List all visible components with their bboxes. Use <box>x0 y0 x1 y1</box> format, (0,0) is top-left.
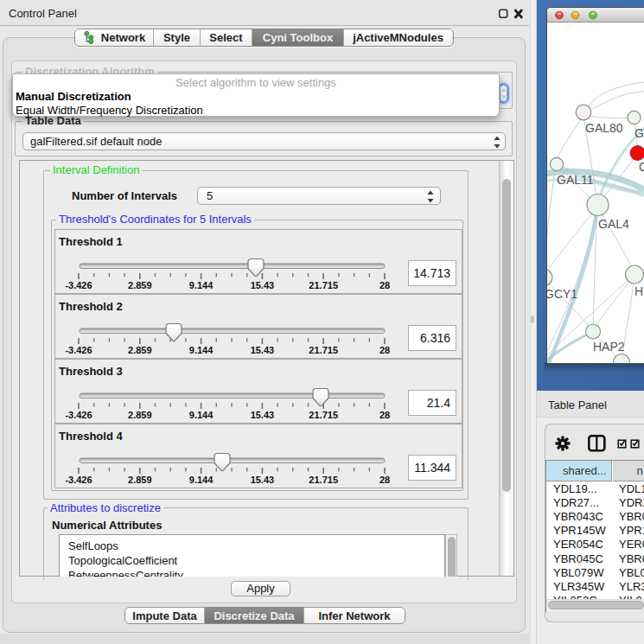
svg-text:28: 28 <box>379 410 390 420</box>
svg-text:-3.426: -3.426 <box>65 410 92 420</box>
svg-text:9.144: 9.144 <box>189 345 214 355</box>
svg-text:21.715: 21.715 <box>309 475 338 485</box>
svg-text:28: 28 <box>379 280 390 290</box>
svg-text:15.43: 15.43 <box>251 345 275 355</box>
svg-text:15.43: 15.43 <box>251 280 275 290</box>
svg-text:9.144: 9.144 <box>189 410 214 420</box>
svg-text:2.859: 2.859 <box>128 410 152 420</box>
svg-text:GA: GA <box>634 126 644 140</box>
svg-text:H: H <box>634 284 643 298</box>
svg-text:15.43: 15.43 <box>251 475 275 485</box>
svg-text:GAL4: GAL4 <box>598 217 629 231</box>
svg-text:-3.426: -3.426 <box>65 280 92 290</box>
svg-text:-3.426: -3.426 <box>65 345 92 355</box>
svg-text:21.715: 21.715 <box>309 410 338 420</box>
svg-text:HAP2: HAP2 <box>593 340 625 354</box>
svg-text:9.144: 9.144 <box>189 280 214 290</box>
svg-text:GAL80: GAL80 <box>585 121 623 135</box>
svg-text:9.144: 9.144 <box>189 475 214 485</box>
svg-text:C: C <box>639 160 644 174</box>
svg-text:-3.426: -3.426 <box>65 475 92 485</box>
svg-text:2.859: 2.859 <box>128 475 152 485</box>
svg-text:28: 28 <box>379 475 390 485</box>
svg-text:28: 28 <box>379 345 390 355</box>
svg-text:21.715: 21.715 <box>309 280 338 290</box>
svg-text:15.43: 15.43 <box>251 410 275 420</box>
svg-text:2.859: 2.859 <box>128 280 152 290</box>
svg-text:GAL11: GAL11 <box>557 173 594 187</box>
svg-text:2.859: 2.859 <box>128 345 152 355</box>
svg-text:GCY1: GCY1 <box>547 287 577 301</box>
svg-text:21.715: 21.715 <box>309 345 338 355</box>
